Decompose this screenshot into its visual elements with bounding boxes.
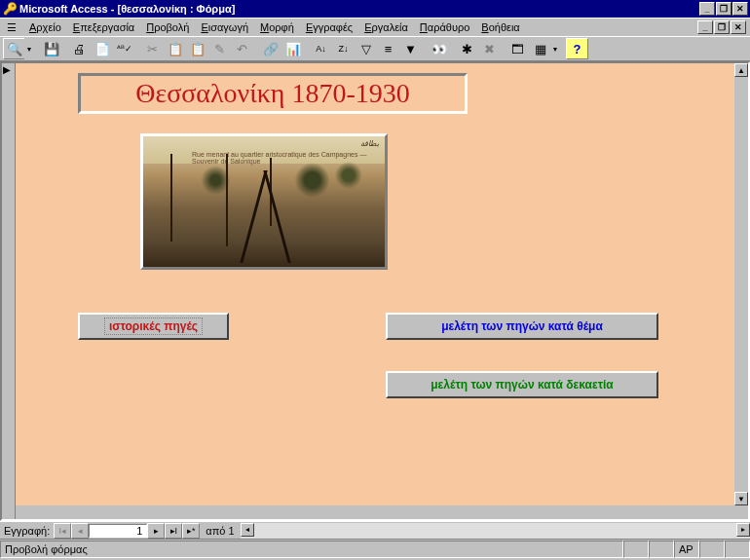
menu-records[interactable]: Εγγραφές [300,20,358,34]
scroll-down-button[interactable]: ▼ [734,492,748,505]
menu-format[interactable]: Μορφή [254,20,300,34]
status-text: Προβολή φόρμας [0,541,623,558]
menu-file[interactable]: Αρχείο [23,20,67,34]
postcard-image: بطاقة Rue menant au quartier aristocrati… [140,133,388,270]
heading-box: Θεσσαλονίκη 1870-1930 [78,73,468,114]
toolbar: 🔍 ▼ 💾 🖨 📄 ᴬᴮ✓ ✂ 📋 📋 ✎ ↶ 🔗 📊 A↓ Z↓ ▽ ≡ ▼ … [0,36,750,61]
study-by-decade-button[interactable]: μελέτη των πηγών κατά δεκαετία [386,371,658,398]
status-bar: Προβολή φόρμας ΑΡ [0,539,750,558]
vertical-scrollbar[interactable]: ▲ ▼ [734,63,748,505]
menu-edit[interactable]: Επεξεργασία [67,20,140,34]
status-indicator-4 [725,541,750,558]
scroll-right-button[interactable]: ▸ [736,523,750,537]
copy-button[interactable]: 📋 [164,38,186,59]
image-caption-mid: Rue menant au quartier aristocratique de… [192,151,385,165]
minimize-button[interactable]: _ [699,2,715,16]
web-button[interactable]: 📊 [281,38,304,59]
sort-asc-button[interactable]: A↓ [310,38,332,59]
record-number-input[interactable] [89,524,147,538]
menu-view[interactable]: Προβολή [140,20,195,34]
doc-icon: ☰ [4,21,19,34]
study-by-theme-button[interactable]: μελέτη των πηγών κατά θέμα [386,313,658,340]
filter-selection-button[interactable]: ▽ [355,38,377,59]
spellcheck-button[interactable]: ᴬᴮ✓ [113,38,135,59]
record-selector[interactable]: ▶ [2,63,16,519]
mdi-minimize-button[interactable]: _ [697,20,713,34]
title-bar: 🔑 Microsoft Access - [θεσσαλονίκη : Φόρμ… [0,0,750,18]
maximize-button[interactable]: ❐ [716,2,731,16]
view-dropdown[interactable]: ▼ [24,38,34,59]
new-record-nav-button[interactable]: ▸* [182,523,200,539]
save-button[interactable]: 💾 [40,38,62,59]
mdi-restore-button[interactable]: ❐ [714,20,730,34]
db-window-button[interactable]: 🗔 [506,38,529,59]
hyperlink-button[interactable]: 🔗 [259,38,281,59]
current-record-marker: ▶ [3,64,11,75]
scroll-corner [734,505,748,519]
status-indicator-ar: ΑΡ [674,541,699,558]
undo-button[interactable]: ↶ [231,38,253,59]
close-button[interactable]: ✕ [732,2,748,16]
view-button[interactable]: 🔍 [3,38,25,59]
sort-desc-button[interactable]: Z↓ [332,38,355,59]
historical-sources-button[interactable]: ιστορικές πηγές [78,313,229,340]
new-record-button[interactable]: ✱ [456,38,478,59]
status-indicator-3 [699,541,725,558]
preview-button[interactable]: 📄 [91,38,113,59]
record-navigator: Εγγραφή: І◂ ◂ ▸ ▸І ▸* από 1 ◂ ▸ [0,521,750,539]
recordnav-label: Εγγραφή: [0,525,54,537]
next-record-button[interactable]: ▸ [147,523,165,539]
menu-window[interactable]: Παράθυρο [414,20,475,34]
page-title: Θεσσαλονίκη 1870-1930 [135,78,410,109]
status-indicator-2 [649,541,674,558]
status-indicator-1 [623,541,649,558]
paste-button[interactable]: 📋 [186,38,208,59]
record-count-text: από 1 [200,525,240,537]
help-button[interactable]: ? [566,38,588,59]
new-object-dropdown[interactable]: ▼ [550,38,560,59]
scroll-left-button[interactable]: ◂ [241,523,254,537]
title-text: Microsoft Access - [θεσσαλονίκη : Φόρμα] [18,3,698,15]
menu-insert[interactable]: Εισαγωγή [195,20,254,34]
image-caption-top: بطاقة [360,139,379,148]
scroll-up-button[interactable]: ▲ [734,63,748,77]
apply-filter-button[interactable]: ▼ [399,38,422,59]
delete-record-button[interactable]: ✖ [478,38,501,59]
cut-button[interactable]: ✂ [141,38,164,59]
form-area: ▶ Θεσσαλονίκη 1870-1930 بطاقة Rue menant… [0,61,750,521]
first-record-button[interactable]: І◂ [54,523,71,539]
print-button[interactable]: 🖨 [68,38,91,59]
menu-help[interactable]: Βοήθεια [475,20,525,34]
app-icon: 🔑 [2,1,18,17]
menu-bar: ☰ Αρχείο Επεξεργασία Προβολή Εισαγωγή Μο… [0,18,750,36]
last-record-button[interactable]: ▸І [165,523,182,539]
find-button[interactable]: 👀 [428,38,450,59]
format-painter-button[interactable]: ✎ [208,38,231,59]
horizontal-scrollbar[interactable]: ◂ ▸ [241,523,750,539]
new-object-button[interactable]: ▦ [529,38,551,59]
menu-tools[interactable]: Εργαλεία [358,20,414,34]
filter-form-button[interactable]: ≡ [377,38,399,59]
form-body: Θεσσαλονίκη 1870-1930 بطاقة Rue menant a… [16,63,734,505]
prev-record-button[interactable]: ◂ [71,523,89,539]
mdi-close-button[interactable]: ✕ [731,20,746,34]
